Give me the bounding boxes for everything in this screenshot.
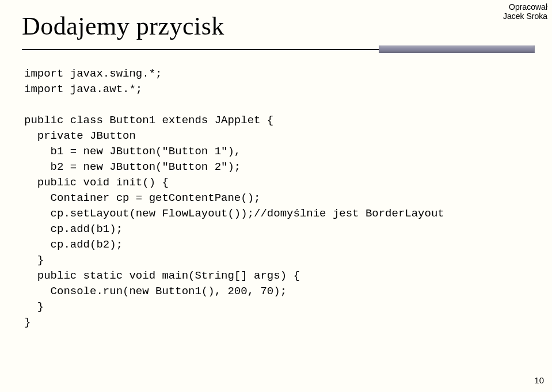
code-line: import java.awt.*; [24,83,142,96]
code-line: } [24,254,44,267]
code-line: } [24,316,31,329]
code-block: import javax.swing.*; import java.awt.*;… [24,66,535,330]
attribution-line-1: Opracował [503,2,547,12]
code-line: public class Button1 extends JApplet { [24,114,273,127]
page-title: Dodajemy przycisk [22,12,535,41]
code-line: cp.setLayout(new FlowLayout());//domyśln… [24,207,444,220]
code-line: cp.add(b2); [24,238,123,251]
title-stub-bar [379,45,535,53]
code-line: public static void main(String[] args) { [24,269,300,282]
code-line: } [24,300,44,313]
code-line: public void init() { [24,176,169,189]
slide-page: Opracował Jacek Sroka Dodajemy przycisk … [0,0,552,392]
code-line: private JButton [24,130,136,142]
code-line: b2 = new JButton("Button 2"); [24,161,241,173]
attribution-block: Opracował Jacek Sroka [503,2,547,21]
code-line: b1 = new JButton("Button 1"), [24,145,241,158]
code-line: Container cp = getContentPane(); [24,192,260,204]
attribution-line-2: Jacek Sroka [503,12,547,21]
code-line: Console.run(new Button1(), 200, 70); [24,285,287,298]
code-line: cp.add(b1); [24,223,123,235]
code-line: import javax.swing.*; [24,67,162,80]
title-rule [22,45,535,54]
page-number: 10 [534,375,544,385]
